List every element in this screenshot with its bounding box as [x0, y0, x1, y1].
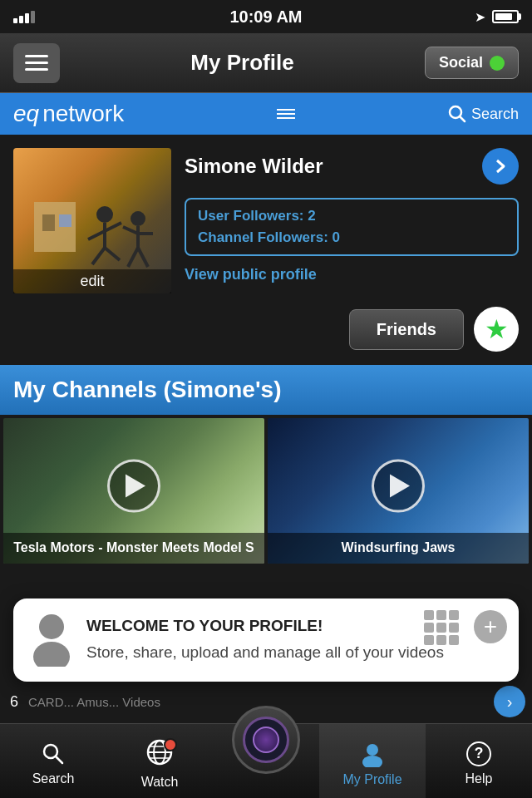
nav-my-profile-label: My Profile	[342, 772, 401, 787]
nav-search-label: Search	[32, 771, 75, 786]
hamburger-menu-button[interactable]	[13, 43, 60, 83]
svg-point-11	[131, 211, 145, 226]
friends-row: Friends ★	[0, 307, 532, 365]
play-triangle-icon-1	[126, 474, 145, 497]
signal-bar-1	[13, 18, 17, 23]
svg-line-1	[460, 116, 465, 121]
welcome-icon-col	[30, 613, 73, 667]
camera-bump[interactable]	[232, 706, 300, 774]
camera-inner	[243, 717, 289, 763]
channels-title: My Channels (Simone's)	[13, 377, 519, 403]
status-bar: 10:09 AM ➤	[0, 0, 532, 33]
hamburger-line-3	[25, 68, 48, 71]
bottom-nav: Search Watch My Profile	[0, 723, 532, 798]
camera-lens	[253, 727, 279, 753]
star-icon: ★	[485, 313, 509, 345]
user-followers-label: User Followers:	[198, 208, 304, 224]
favorite-star-button[interactable]: ★	[474, 307, 519, 352]
welcome-tooltip: + WELCOME TO YOUR PROFILE! Store, share,…	[13, 598, 519, 682]
profile-action-scene	[30, 169, 155, 277]
svg-line-9	[92, 248, 105, 264]
chevron-right-icon	[493, 159, 508, 174]
user-followers-row: User Followers: 2	[198, 208, 505, 224]
channel-label-2: Windsurfing Jaws	[268, 533, 529, 564]
nav-watch-label: Watch	[141, 775, 179, 790]
hamburger-line-2	[25, 62, 48, 64]
signal-bar-2	[19, 16, 23, 23]
header: My Profile Social	[0, 33, 532, 93]
signal-bars	[13, 11, 35, 23]
user-followers-count: 2	[308, 208, 315, 224]
search-label: Search	[471, 106, 519, 123]
social-label: Social	[439, 54, 483, 71]
profile-name-row: Simone Wilder	[185, 148, 519, 185]
profile-image-container: edit	[13, 148, 171, 293]
play-button-1[interactable]	[107, 459, 160, 512]
channels-header: My Channels (Simone's)	[0, 365, 532, 415]
search-nav-icon	[41, 741, 66, 766]
grid-view-icon[interactable]	[424, 610, 459, 645]
profile-name: Simone Wilder	[185, 155, 323, 178]
play-button-2[interactable]	[372, 459, 425, 512]
nav-watch-icon-container	[145, 738, 174, 770]
person-silhouette-icon	[30, 613, 73, 667]
channel-followers-count: 0	[332, 229, 340, 245]
profile-section: edit Simone Wilder User Followers: 2 Cha…	[0, 135, 532, 307]
svg-point-18	[33, 642, 70, 667]
help-icon: ?	[466, 741, 491, 766]
channel-card-1[interactable]: Tesla Motors - Monster Meets Model S	[3, 418, 264, 564]
svg-line-8	[105, 223, 121, 231]
svg-point-5	[96, 206, 113, 223]
signal-bar-4	[31, 11, 35, 23]
svg-point-27	[362, 756, 382, 767]
svg-point-17	[39, 614, 64, 639]
location-icon: ➤	[475, 9, 485, 25]
eq-menu-icon[interactable]	[277, 109, 295, 119]
svg-line-10	[105, 248, 120, 260]
bottom-channel-arrow[interactable]: ›	[494, 686, 525, 717]
svg-line-16	[138, 248, 148, 267]
eq-menu-line-1	[277, 109, 295, 111]
svg-line-13	[123, 227, 138, 234]
social-status-dot	[490, 56, 505, 71]
eq-search-button[interactable]: Search	[448, 105, 519, 123]
status-time: 10:09 AM	[229, 7, 302, 27]
add-button[interactable]: +	[474, 610, 507, 643]
network-text: network	[42, 101, 124, 127]
social-button[interactable]: Social	[425, 47, 519, 79]
channel-followers-row: Channel Followers: 0	[198, 229, 505, 246]
channel-followers-label: Channel Followers:	[198, 229, 328, 245]
profile-arrow-button[interactable]	[482, 148, 519, 185]
edit-label[interactable]: edit	[13, 269, 171, 293]
signal-bar-3	[25, 13, 29, 23]
signal-area	[13, 11, 35, 23]
friends-button[interactable]: Friends	[349, 309, 464, 350]
svg-rect-4	[59, 214, 71, 227]
nav-my-profile[interactable]: My Profile	[319, 724, 426, 798]
bottom-channel-number: 6	[10, 693, 18, 711]
eq-logo[interactable]: eq network	[13, 101, 124, 127]
channel-label-1: Tesla Motors - Monster Meets Model S	[3, 533, 264, 564]
channel-card-2[interactable]: Windsurfing Jaws	[268, 418, 529, 564]
bottom-channel-partial-text: CARD... Amus... Videos	[28, 695, 160, 709]
notification-dot	[164, 738, 177, 751]
battery-icon	[492, 10, 519, 23]
nav-watch[interactable]: Watch	[106, 724, 213, 798]
nav-help[interactable]: ? Help	[426, 724, 532, 798]
nav-help-label: Help	[466, 771, 493, 786]
svg-line-15	[128, 248, 138, 267]
view-public-profile-link[interactable]: View public profile	[185, 266, 519, 283]
nav-camera[interactable]	[213, 724, 319, 798]
hamburger-line-1	[25, 55, 48, 57]
svg-line-7	[88, 231, 105, 239]
play-triangle-icon-2	[390, 474, 410, 497]
svg-point-26	[367, 744, 378, 756]
nav-search[interactable]: Search	[0, 724, 106, 798]
followers-box: User Followers: 2 Channel Followers: 0	[185, 198, 519, 256]
header-title: My Profile	[60, 50, 425, 76]
svg-rect-3	[42, 214, 55, 231]
status-right: ➤	[475, 9, 519, 25]
profile-nav-icon	[359, 741, 386, 767]
svg-line-20	[56, 756, 62, 763]
channel-grid: Tesla Motors - Monster Meets Model S Win…	[0, 415, 532, 567]
